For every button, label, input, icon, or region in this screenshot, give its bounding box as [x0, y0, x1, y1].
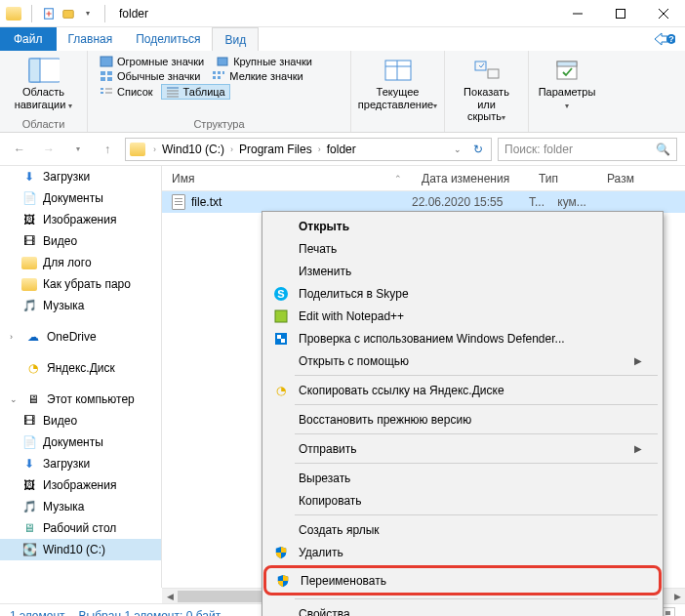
ctx-edit[interactable]: Изменить — [265, 260, 660, 282]
minimize-button[interactable] — [556, 0, 599, 27]
ctx-yadisk-link[interactable]: ◔Скопировать ссылку на Яндекс.Диске — [265, 379, 660, 401]
shield-icon — [273, 545, 289, 560]
nav-this-pc[interactable]: ⌄🖥Этот компьютер — [0, 389, 161, 410]
address-bar[interactable]: › Wind10 (C:) › Program Files › folder ⌄… — [125, 138, 492, 161]
tab-file[interactable]: Файл — [0, 27, 57, 51]
back-button[interactable]: ← — [8, 138, 31, 161]
layout-details[interactable]: Таблица — [161, 84, 230, 100]
ctx-delete[interactable]: Удалить — [265, 541, 660, 563]
onedrive-icon: ☁ — [25, 329, 41, 345]
yadisk-icon: ◔ — [25, 360, 41, 376]
chevron-right-icon[interactable]: › — [10, 332, 20, 342]
nav-video[interactable]: 🎞Видео — [0, 230, 161, 252]
folder-icon — [21, 278, 37, 291]
tab-home[interactable]: Главная — [57, 27, 125, 51]
recent-button[interactable]: ▾ — [66, 138, 90, 161]
nav-pc-pictures[interactable]: 🖼Изображения — [0, 474, 161, 496]
address-dropdown-icon[interactable]: ⌄ — [448, 144, 467, 154]
svg-rect-17 — [213, 76, 216, 79]
ctx-open[interactable]: Открыть — [265, 215, 660, 237]
search-box[interactable]: Поиск: folder 🔍 — [498, 138, 677, 161]
scroll-left-arrow[interactable]: ◀ — [162, 589, 178, 604]
group-panes-label: Области — [8, 118, 79, 132]
address-folder-icon — [130, 143, 145, 156]
nav-downloads[interactable]: ⬇Загрузки — [0, 166, 161, 187]
ctx-cut[interactable]: Вырезать — [265, 467, 660, 489]
navigation-pane-button[interactable]: Область навигации ▾ — [8, 55, 79, 112]
nav-howto-folder[interactable]: Как убрать паро — [0, 273, 161, 295]
current-view-button[interactable]: Текущее представление▾ — [359, 55, 436, 112]
scroll-right-arrow[interactable]: ▶ — [669, 589, 685, 604]
download-icon: ⬇ — [21, 456, 37, 472]
nav-logo-folder[interactable]: Для лого — [0, 252, 161, 273]
ctx-print[interactable]: Печать — [265, 237, 660, 260]
ctx-properties[interactable]: Свойства — [265, 602, 660, 616]
file-row[interactable]: file.txt 22.06.2020 15:55 Т... кум... — [162, 191, 685, 213]
nav-pc-documents[interactable]: 📄Документы — [0, 431, 161, 453]
file-date: 22.06.2020 15:55 — [412, 195, 529, 209]
options-button[interactable]: Параметры ▾ — [537, 55, 597, 112]
desktop-icon: 🖥 — [21, 520, 37, 536]
show-hide-button[interactable]: Показать или скрыть▾ — [453, 55, 520, 125]
drive-icon: 💽 — [21, 542, 37, 557]
ctx-skype[interactable]: SПоделиться в Skype — [265, 282, 660, 305]
submenu-arrow-icon: ▶ — [634, 443, 642, 454]
chevron-down-icon[interactable]: ⌄ — [10, 394, 20, 404]
nav-pictures[interactable]: 🖼Изображения — [0, 209, 161, 230]
qat-properties-icon[interactable] — [42, 7, 56, 21]
ctx-copy[interactable]: Копировать — [265, 489, 660, 512]
options-icon — [551, 57, 583, 84]
sort-asc-icon[interactable]: ⌃ — [394, 174, 402, 184]
current-view-icon — [383, 57, 414, 84]
layout-large[interactable]: Крупные значки — [212, 55, 316, 68]
help-button[interactable]: ? — [644, 27, 685, 51]
ctx-send-to[interactable]: Отправить▶ — [265, 437, 660, 460]
nav-yandex-disk[interactable]: ◔Яндекс.Диск — [0, 357, 161, 379]
ctx-notepadpp[interactable]: Edit with Notepad++ — [265, 305, 660, 327]
layout-extra-large[interactable]: Огромные значки — [96, 55, 208, 68]
svg-rect-11 — [107, 71, 112, 75]
qat-dropdown-icon[interactable]: ▾ — [81, 7, 95, 21]
show-hide-icon — [471, 57, 503, 84]
column-headers[interactable]: Имя⌃ Дата изменения Тип Разм — [162, 166, 685, 191]
app-icon — [6, 7, 21, 21]
close-button[interactable] — [642, 0, 685, 27]
nav-documents[interactable]: 📄Документы — [0, 187, 161, 209]
qat-newfolder-icon[interactable] — [61, 7, 75, 21]
nav-onedrive[interactable]: ›☁OneDrive — [0, 326, 161, 348]
nav-pc-downloads[interactable]: ⬇Загрузки — [0, 453, 161, 474]
nav-pc-desktop[interactable]: 🖥Рабочий стол — [0, 517, 161, 539]
tab-share[interactable]: Поделиться — [124, 27, 212, 51]
notepadpp-icon — [273, 308, 289, 324]
separator — [295, 463, 658, 464]
layout-list[interactable]: Список — [96, 84, 157, 100]
ctx-defender[interactable]: Проверка с использованием Windows Defend… — [265, 327, 660, 349]
forward-button[interactable]: → — [37, 138, 60, 161]
ctx-restore[interactable]: Восстановить прежнюю версию — [265, 408, 660, 431]
music-icon: 🎵 — [21, 298, 37, 313]
crumb-drive[interactable]: Wind10 (C:) — [160, 143, 226, 156]
nav-pc-video[interactable]: 🎞Видео — [0, 410, 161, 431]
svg-rect-14 — [213, 71, 216, 74]
nav-music[interactable]: 🎵Музыка — [0, 295, 161, 316]
navigation-bar: ← → ▾ ↑ › Wind10 (C:) › Program Files › … — [0, 133, 685, 166]
layout-small[interactable]: Мелкие значки — [208, 69, 306, 83]
nav-c-drive[interactable]: 💽Wind10 (C:) — [0, 539, 161, 560]
ctx-rename[interactable]: Переименовать — [267, 569, 658, 592]
nav-pc-music[interactable]: 🎵Музыка — [0, 496, 161, 517]
ribbon: Область навигации ▾ Области Огромные зна… — [0, 51, 685, 133]
up-button[interactable]: ↑ — [96, 138, 119, 161]
svg-rect-30 — [475, 62, 486, 70]
maximize-button[interactable] — [599, 0, 642, 27]
col-name: Имя⌃ — [162, 172, 412, 185]
layout-medium[interactable]: Обычные значки — [96, 69, 204, 83]
tab-view[interactable]: Вид — [212, 27, 259, 51]
refresh-button[interactable]: ↻ — [469, 143, 487, 156]
ctx-open-with[interactable]: Открыть с помощью▶ — [265, 349, 660, 372]
crumb-programfiles[interactable]: Program Files — [237, 143, 314, 156]
separator — [295, 404, 658, 405]
svg-rect-27 — [385, 61, 411, 80]
crumb-folder[interactable]: folder — [325, 143, 358, 156]
status-selection: Выбран 1 элемент: 0 байт — [79, 609, 222, 617]
ctx-create-shortcut[interactable]: Создать ярлык — [265, 518, 660, 541]
